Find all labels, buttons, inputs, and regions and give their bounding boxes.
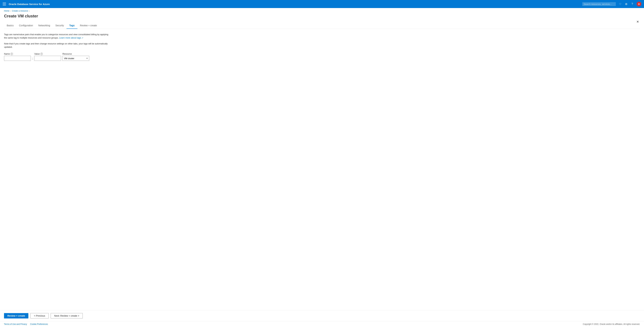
legal-links: Terms of Use and Privacy Cookie Preferen… — [4, 323, 50, 325]
learn-more-link[interactable]: Learn more about tags ↗ — [59, 36, 83, 39]
breadcrumb-sep-2: › — [29, 10, 30, 12]
tab-basics[interactable]: Basics — [4, 22, 16, 29]
topnav-icons: ♡ ⚙ ? D — [582, 2, 641, 6]
page-content: Create VM cluster Basics Configuration N… — [0, 14, 644, 310]
page-wrapper: Home › Create a resource › ✕ Create VM c… — [0, 8, 644, 327]
colon-separator: : — [32, 57, 33, 61]
breadcrumb-create-resource[interactable]: Create a resource — [12, 10, 28, 12]
hamburger-menu[interactable] — [3, 2, 6, 6]
description-2: Note that if you create tags and then ch… — [4, 42, 111, 48]
breadcrumb-home[interactable]: Home — [4, 10, 10, 12]
name-label: Name i — [4, 53, 31, 55]
tab-networking[interactable]: Networking — [36, 22, 53, 29]
avatar[interactable]: D — [636, 2, 641, 6]
value-info-icon[interactable]: i — [40, 53, 43, 55]
tab-tags[interactable]: Tags — [66, 22, 77, 29]
value-label: Value i — [34, 53, 61, 55]
tab-review-create[interactable]: Review + create — [77, 22, 100, 29]
cookie-link[interactable]: Cookie Preferences — [30, 323, 48, 325]
tags-form-row: Name i : Value i Resource VM — [4, 53, 640, 61]
top-navigation: Oracle Database Service for Azure ♡ ⚙ ? … — [0, 0, 644, 8]
previous-button[interactable]: < Previous — [30, 313, 49, 319]
external-link-icon: ↗ — [82, 37, 83, 39]
tab-security[interactable]: Security — [53, 22, 67, 29]
description-1: Tags are name/value pairs that enable yo… — [4, 33, 111, 39]
notifications-icon[interactable]: ♡ — [618, 2, 622, 6]
resource-select[interactable]: VM cluster — [62, 56, 89, 61]
breadcrumb: Home › Create a resource › — [0, 8, 644, 14]
resource-select-wrapper: VM cluster ▼ — [62, 56, 89, 61]
tabs-bar: Basics Configuration Networking Security… — [4, 22, 640, 29]
copyright-text: Copyright © 2022, Oracle and/or its affi… — [583, 323, 640, 325]
value-group: Value i — [34, 53, 61, 61]
footer-bar: Review + create < Previous Next: Review … — [0, 310, 644, 321]
resource-label: Resource — [62, 53, 89, 55]
help-icon[interactable]: ? — [630, 2, 634, 6]
resource-group: Resource VM cluster ▼ — [62, 53, 89, 61]
app-title: Oracle Database Service for Azure — [9, 3, 582, 5]
close-button[interactable]: ✕ — [635, 19, 640, 24]
breadcrumb-sep-1: › — [10, 10, 11, 12]
name-info-icon[interactable]: i — [10, 53, 13, 55]
terms-link[interactable]: Terms of Use and Privacy — [4, 323, 27, 325]
settings-icon[interactable]: ⚙ — [624, 2, 628, 6]
value-input[interactable] — [34, 56, 61, 61]
review-create-button[interactable]: Review + create — [4, 313, 28, 319]
search-input[interactable] — [582, 2, 616, 6]
next-button[interactable]: Next: Review + create > — [51, 313, 83, 319]
tab-configuration[interactable]: Configuration — [16, 22, 36, 29]
name-input[interactable] — [4, 56, 31, 61]
name-group: Name i — [4, 53, 31, 61]
page-title: Create VM cluster — [4, 14, 640, 18]
legal-footer: Terms of Use and Privacy Cookie Preferen… — [0, 321, 644, 327]
